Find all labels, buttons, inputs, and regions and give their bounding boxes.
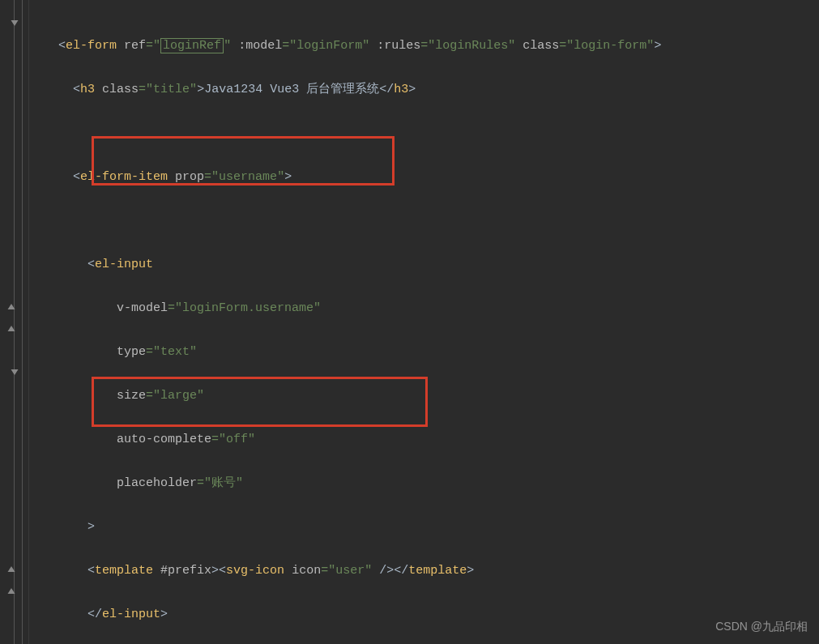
code-line[interactable]: v-model="loginForm.username": [29, 297, 819, 319]
code-line[interactable]: size="large": [29, 385, 819, 407]
svg-marker-0: [11, 20, 19, 26]
code-line[interactable]: auto-complete="off": [29, 429, 819, 450]
fold-marker-icon[interactable]: [7, 303, 16, 312]
code-editor[interactable]: <el-form ref="loginRef" :model="loginFor…: [29, 13, 819, 644]
code-line[interactable]: <template #prefix><svg-icon icon="user" …: [29, 560, 819, 582]
svg-marker-4: [8, 566, 15, 572]
svg-marker-3: [11, 369, 19, 375]
code-line[interactable]: <h3 class="title">Java1234 Vue3 后台管理系统</…: [29, 79, 819, 100]
code-line[interactable]: <el-form-item prop="username">: [29, 166, 819, 188]
svg-marker-1: [8, 304, 15, 309]
editor-gutter: [0, 0, 29, 644]
fold-marker-icon[interactable]: [7, 565, 16, 574]
code-line[interactable]: <el-form ref="loginRef" :model="loginFor…: [29, 35, 819, 57]
code-line[interactable]: type="text": [29, 341, 819, 363]
svg-marker-5: [8, 588, 15, 594]
code-line[interactable]: </el-input>: [29, 603, 819, 625]
svg-marker-2: [8, 326, 15, 331]
fold-marker-icon[interactable]: [7, 325, 16, 334]
fold-marker-icon[interactable]: [11, 369, 19, 377]
code-line[interactable]: [29, 122, 819, 144]
code-line[interactable]: [29, 210, 819, 232]
code-line[interactable]: placeholder="账号": [29, 472, 819, 494]
code-line[interactable]: <el-input: [29, 254, 819, 275]
fold-marker-icon[interactable]: [7, 587, 16, 596]
fold-marker-icon[interactable]: [11, 19, 19, 28]
code-line[interactable]: >: [29, 516, 819, 538]
watermark-text: CSDN @九品印相: [715, 616, 808, 638]
